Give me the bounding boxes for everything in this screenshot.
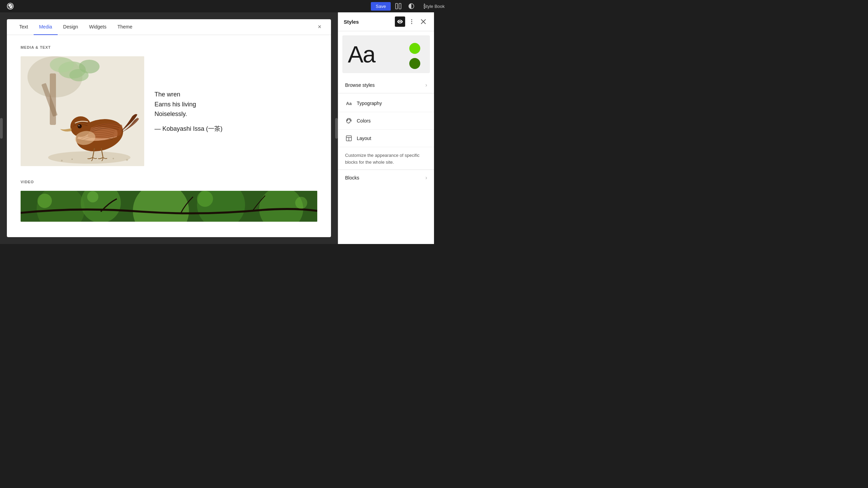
svg-point-35	[87, 191, 99, 202]
svg-point-14	[69, 69, 89, 81]
tab-theme[interactable]: Theme	[112, 19, 138, 35]
layout-icon	[345, 135, 353, 142]
svg-point-26	[126, 159, 128, 161]
media-text-block: The wren Earns his living Noiselessly. —…	[21, 56, 317, 166]
top-bar-actions: Save	[371, 1, 430, 12]
sidebar-header-icons	[395, 16, 429, 27]
tabs-bar: Text Media Design Widgets Theme ×	[7, 19, 331, 35]
poem-attribution: — Kobayashi Issa (一茶)	[155, 125, 317, 133]
style-preview: Aa	[342, 35, 430, 73]
svg-point-20	[79, 125, 80, 126]
svg-point-40	[411, 23, 412, 24]
svg-point-37	[295, 197, 307, 209]
typography-icon: Aa	[345, 100, 353, 107]
svg-point-15	[48, 151, 130, 164]
svg-point-24	[71, 159, 73, 160]
main-area: Text Media Design Widgets Theme × MEDIA …	[0, 12, 434, 244]
browse-styles-chevron-icon: ›	[425, 82, 427, 88]
browse-styles-label: Browse styles	[345, 82, 375, 88]
sidebar-nav-colors[interactable]: Colors	[338, 112, 434, 130]
svg-point-25	[113, 158, 114, 159]
browse-styles-row[interactable]: Browse styles ›	[338, 77, 434, 93]
preview-color-dark	[409, 58, 420, 69]
svg-rect-2	[399, 3, 401, 9]
video-label: VIDEO	[21, 180, 317, 184]
page-title: Style Book	[423, 4, 434, 9]
svg-point-39	[411, 21, 412, 22]
blocks-chevron-icon: ›	[425, 175, 427, 181]
sidebar: Styles	[338, 12, 434, 244]
close-sidebar-button[interactable]	[418, 16, 429, 27]
sidebar-header: Styles	[338, 12, 434, 31]
video-thumbnail	[21, 191, 317, 222]
svg-rect-1	[396, 3, 398, 9]
sidebar-nav-typography[interactable]: Aa Typography	[338, 95, 434, 112]
customize-description: Customize the appearance of specific blo…	[338, 147, 434, 168]
blocks-label: Blocks	[345, 175, 359, 181]
svg-point-27	[61, 160, 63, 162]
svg-point-13	[50, 57, 74, 72]
svg-point-36	[197, 191, 213, 207]
tab-design[interactable]: Design	[58, 19, 84, 35]
poem-line-2: Earns his living	[155, 100, 317, 109]
typography-label: Typography	[357, 101, 382, 106]
top-bar: Style Book Save	[0, 0, 434, 12]
layout-toggle-button[interactable]	[393, 1, 404, 12]
save-button[interactable]: Save	[371, 2, 391, 11]
top-bar-left	[4, 0, 16, 12]
preview-typography: Aa	[348, 43, 375, 66]
sidebar-nav-colors-left: Colors	[345, 117, 370, 125]
style-book-card: Text Media Design Widgets Theme × MEDIA …	[7, 19, 331, 237]
sidebar-nav-typography-left: Aa Typography	[345, 100, 382, 107]
scroll-handle-left[interactable]	[0, 118, 3, 139]
blocks-row[interactable]: Blocks ›	[338, 170, 434, 186]
tab-media[interactable]: Media	[34, 19, 58, 35]
colors-label: Colors	[357, 118, 370, 124]
bird-image	[21, 56, 144, 166]
svg-point-38	[411, 19, 412, 20]
sidebar-title: Styles	[344, 19, 359, 25]
poem-line-3: Noiselessly.	[155, 109, 317, 119]
content-pane: Text Media Design Widgets Theme × MEDIA …	[0, 12, 338, 244]
tab-widgets[interactable]: Widgets	[83, 19, 112, 35]
preview-color-light	[409, 43, 420, 54]
eye-icon-button[interactable]	[395, 16, 405, 27]
card-content: MEDIA & TEXT	[7, 35, 331, 237]
wp-logo-icon	[4, 0, 16, 12]
scroll-handle-right[interactable]	[335, 118, 338, 139]
close-tab-button[interactable]: ×	[315, 22, 324, 32]
media-text-section: MEDIA & TEXT	[21, 45, 317, 166]
media-text-label: MEDIA & TEXT	[21, 45, 317, 49]
svg-point-31	[133, 191, 189, 222]
poem-line-1: The wren	[155, 90, 317, 100]
sidebar-nav-layout[interactable]: Layout	[338, 130, 434, 147]
sidebar-nav-layout-left: Layout	[345, 135, 371, 142]
tab-text[interactable]: Text	[14, 19, 34, 35]
svg-point-34	[37, 194, 52, 208]
more-options-sidebar-button[interactable]	[407, 16, 417, 27]
svg-point-19	[78, 125, 81, 128]
colors-icon	[345, 117, 353, 125]
layout-label: Layout	[357, 136, 371, 141]
svg-point-30	[81, 191, 121, 222]
contrast-toggle-button[interactable]	[406, 1, 417, 12]
poem-text: The wren Earns his living Noiselessly. —…	[155, 90, 317, 133]
video-section: VIDEO	[21, 180, 317, 222]
